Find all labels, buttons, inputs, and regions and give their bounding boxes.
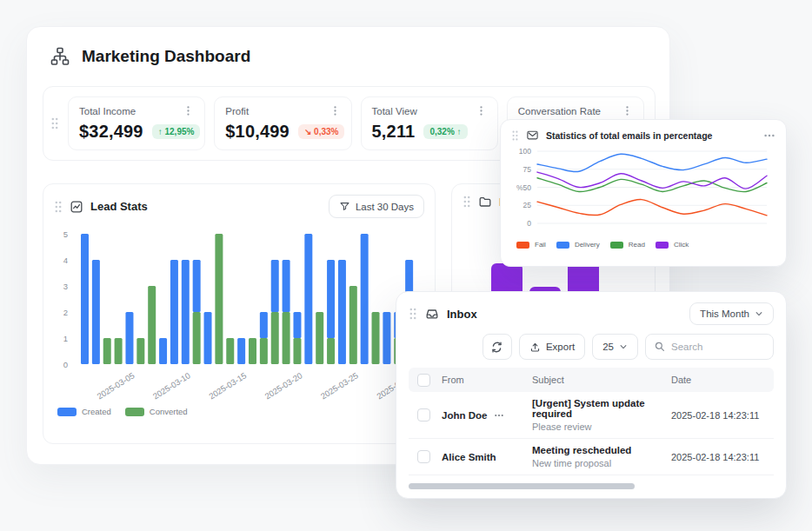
prev-page-button[interactable]: ‹ Prev (660, 497, 685, 499)
from-value: Alice Smith (442, 452, 496, 462)
trend-badge: ↘ 0,33% (298, 124, 345, 139)
export-button[interactable]: Export (519, 334, 585, 360)
drag-handle-icon[interactable] (463, 195, 471, 209)
stat-label: Total Income (79, 106, 136, 116)
dashboard-header: Marketing Dashboard (27, 27, 669, 77)
table-header-row: From Subject Date (409, 368, 774, 392)
inbox-toolbar: Export 25 (396, 332, 786, 368)
search-icon (654, 341, 666, 353)
drag-handle-icon[interactable] (409, 307, 417, 321)
select-all-checkbox[interactable] (417, 374, 430, 387)
email-statistics-card: Statistics of total emails in percentage… (500, 119, 787, 267)
svg-text:1: 1 (63, 334, 68, 343)
legend-item-converted: Converted (125, 407, 188, 416)
svg-text:100: 100 (519, 147, 531, 156)
legend-chip (556, 242, 569, 249)
drag-handle-icon[interactable] (50, 116, 59, 130)
lead-stats-legend: Created Converted (43, 403, 435, 416)
lead-stats-chart: 0123452025-03-052025-03-102025-03-152025… (50, 225, 419, 403)
svg-text:2025-03-15: 2025-03-15 (207, 370, 248, 401)
date-value: 2025-02-18 14:23:11 (671, 410, 774, 421)
kebab-menu-icon[interactable] (329, 105, 341, 116)
filter-label: Last 30 Days (356, 202, 414, 212)
page-ellipsis: ... (719, 497, 727, 499)
chevron-down-icon (755, 309, 763, 318)
last-30-days-filter-button[interactable]: Last 30 Days (329, 195, 424, 218)
legend-label: Click (674, 241, 689, 249)
legend-label: Delivery (575, 241, 600, 249)
search-box (645, 334, 774, 360)
legend-chip (610, 242, 623, 249)
inbox-tray-icon (425, 307, 439, 321)
legend-label: Fail (535, 241, 546, 249)
stat-value: $10,499 (225, 122, 290, 142)
refresh-button[interactable] (483, 334, 512, 360)
legend-chip (125, 408, 144, 416)
svg-text:0: 0 (63, 360, 68, 369)
stat-value: $32,499 (79, 122, 143, 142)
legend-chip (516, 242, 529, 249)
stat-card-profit: Profit $10,499 ↘ 0,33% (214, 96, 351, 150)
row-checkbox[interactable] (417, 408, 430, 421)
scrollbar-thumb[interactable] (409, 483, 635, 489)
page-size-dropdown[interactable]: 25 (592, 334, 638, 360)
svg-text:75: 75 (523, 165, 532, 174)
more-options-icon[interactable] (763, 129, 775, 142)
period-dropdown[interactable]: This Month (689, 302, 774, 325)
email-legend-item: Read (610, 241, 645, 249)
lead-stats-icon (70, 200, 83, 214)
kebab-menu-icon[interactable] (622, 105, 633, 116)
drag-handle-icon[interactable] (511, 129, 519, 142)
period-label: This Month (700, 309, 749, 319)
inbox-footer: Showing 1 to 4 of 4 entries ‹ Prev 1 2 .… (396, 489, 786, 499)
horizontal-scrollbar (409, 483, 774, 489)
email-stats-chart: 0255075100% (511, 145, 774, 239)
stat-card-total-view: Total View 5,211 0,32% ↑ (361, 96, 498, 150)
page-button-1[interactable]: 1 (693, 497, 698, 499)
trend-badge: ↑ 12,95% (152, 124, 201, 139)
search-input[interactable] (671, 342, 765, 352)
date-value: 2025-02-18 14:23:11 (671, 452, 774, 462)
lead-stats-card: Lead Stats Last 30 Days 0123452025-03-05… (43, 183, 436, 444)
legend-item-created: Created (57, 407, 111, 416)
table-row[interactable]: Alice Smith Meeting rescheduled New time… (409, 439, 774, 475)
row-actions-icon[interactable] (494, 410, 504, 421)
email-legend-item: Delivery (556, 241, 600, 249)
page-button-5[interactable]: 5 (735, 497, 741, 499)
email-stats-legend: FailDeliveryReadClick (501, 239, 786, 249)
refresh-icon (490, 341, 503, 354)
svg-text:3: 3 (63, 282, 68, 291)
prev-label: Prev (665, 497, 685, 499)
subject-value: Meeting rescheduled (532, 445, 671, 455)
svg-text:50: 50 (523, 183, 532, 192)
stat-label: Profit (225, 106, 249, 116)
svg-text:2025-03-10: 2025-03-10 (151, 370, 192, 401)
pagination: ‹ Prev 1 2 ... 5 Next › (660, 497, 774, 499)
chevron-down-icon (619, 342, 628, 351)
stat-label: Conversation Rate (518, 106, 601, 116)
email-legend-item: Fail (516, 241, 546, 249)
svg-text:4: 4 (63, 256, 68, 265)
subject-preview: Please review (532, 421, 671, 432)
row-checkbox[interactable] (417, 450, 430, 463)
next-page-button[interactable]: Next › (749, 497, 774, 499)
kebab-menu-icon[interactable] (476, 105, 487, 116)
inbox-table: From Subject Date John Doe [Urgent] Syst… (409, 368, 774, 475)
column-header-subject: Subject (532, 375, 671, 385)
inbox-card: Inbox This Month Export (396, 291, 787, 499)
drag-handle-icon[interactable] (54, 200, 63, 214)
table-row[interactable]: John Doe [Urgent] System update required… (409, 392, 774, 439)
trend-badge: 0,32% ↑ (423, 124, 467, 139)
page-size-value: 25 (602, 342, 614, 352)
stat-value: 5,211 (372, 122, 416, 142)
from-value: John Doe (442, 410, 487, 421)
export-icon (529, 342, 541, 353)
page-button-2[interactable]: 2 (706, 497, 711, 499)
stat-card-total-income: Total Income $32,499 ↑ 12,95% (68, 96, 205, 150)
legend-chip (656, 242, 669, 249)
svg-text:5: 5 (63, 229, 68, 239)
legend-label: Read (629, 241, 645, 249)
legend-label: Created (82, 407, 111, 416)
kebab-menu-icon[interactable] (183, 105, 194, 116)
column-header-from: From (442, 375, 532, 385)
